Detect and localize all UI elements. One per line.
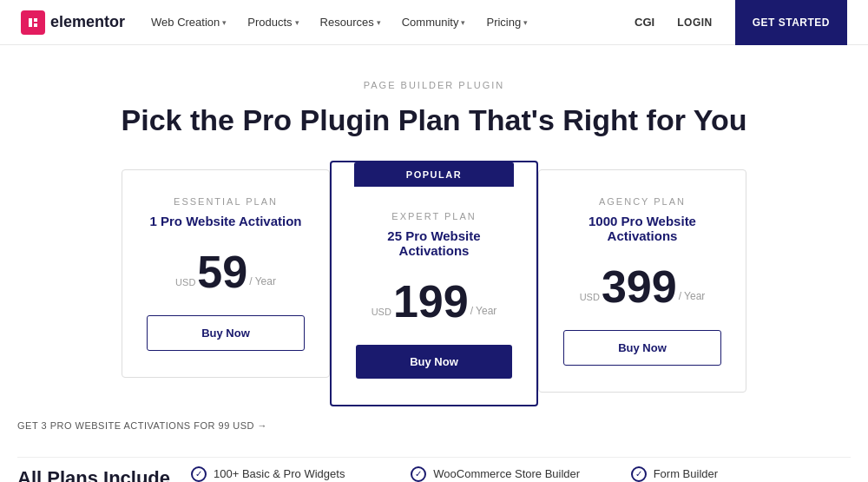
pricing-grid: ESSENTIAL PLAN 1 Pro Website Activation … <box>17 169 851 406</box>
nav-arrow: ▾ <box>461 18 465 27</box>
price-amount-agency: 399 <box>602 264 677 309</box>
svg-rect-1 <box>34 18 37 22</box>
plan-type-expert: EXPERT PLAN <box>356 211 512 221</box>
main-content: PAGE BUILDER PLUGIN Pick the Pro Plugin … <box>0 45 868 482</box>
page-title: Pick the Pro Plugin Plan That's Right fo… <box>17 102 851 138</box>
pricing-card-agency: AGENCY PLAN 1000 Pro Website Activations… <box>538 169 746 393</box>
get-started-button[interactable]: GET STARTED <box>735 0 847 45</box>
nav-pricing[interactable]: Pricing ▾ <box>477 10 536 34</box>
all-plans-section: All Plans Include ✓ 100+ Basic & Pro Wid… <box>17 457 851 482</box>
pricing-card-expert: POPULAR EXPERT PLAN 25 Pro Website Activ… <box>330 161 538 406</box>
login-button[interactable]: LOGIN <box>668 11 721 34</box>
check-icon: ✓ <box>191 466 207 482</box>
plan-name-agency: 1000 Pro Website Activations <box>563 214 721 243</box>
features-col-2: ✓ WooCommerce Store Builder ✓ Landing Pa… <box>411 466 630 482</box>
promo-text: GET 3 PRO WEBSITE ACTIVATIONS FOR 99 USD… <box>17 420 267 431</box>
price-amount-essential: 59 <box>197 249 247 294</box>
price-usd-agency: USD <box>580 292 600 302</box>
header: elementor Web Creation ▾ Products ▾ Reso… <box>0 0 868 45</box>
pricing-card-essential: ESSENTIAL PLAN 1 Pro Website Activation … <box>122 169 330 378</box>
cgi-badge: CGI <box>635 16 654 29</box>
nav-arrow: ▾ <box>295 18 299 27</box>
feature-label: WooCommerce Store Builder <box>433 467 580 480</box>
price-expert: USD 199 / Year <box>356 279 512 324</box>
plan-type-essential: ESSENTIAL PLAN <box>147 196 305 207</box>
svg-rect-2 <box>34 23 37 27</box>
check-icon: ✓ <box>411 466 426 482</box>
buy-button-agency[interactable]: Buy Now <box>563 330 721 366</box>
plan-name-essential: 1 Pro Website Activation <box>147 214 305 228</box>
price-usd-expert: USD <box>372 307 391 317</box>
buy-button-expert[interactable]: Buy Now <box>356 345 512 379</box>
popular-badge: POPULAR <box>354 162 514 187</box>
promo-link[interactable]: GET 3 PRO WEBSITE ACTIVATIONS FOR 99 USD… <box>17 420 851 431</box>
features-grid: ✓ 100+ Basic & Pro Widgets ✓ 300+ Basic … <box>191 466 851 482</box>
nav-arrow: ▾ <box>222 18 227 27</box>
price-period-essential: / Year <box>249 275 276 287</box>
all-plans-title: All Plans Include <box>17 466 191 482</box>
plan-name-expert: 25 Pro Website Activations <box>356 228 512 258</box>
price-essential: USD 59 / Year <box>147 249 305 294</box>
feature-label: Form Builder <box>654 467 718 480</box>
feature-item: ✓ WooCommerce Store Builder <box>411 466 630 482</box>
price-usd-essential: USD <box>175 277 195 287</box>
logo-icon <box>21 10 45 35</box>
price-period-expert: / Year <box>470 305 497 317</box>
nav-web-creation[interactable]: Web Creation ▾ <box>142 10 235 34</box>
logo[interactable]: elementor <box>21 10 125 35</box>
feature-label: 100+ Basic & Pro Widgets <box>214 467 345 480</box>
nav-community[interactable]: Community ▾ <box>393 10 475 34</box>
nav-arrow: ▾ <box>377 18 381 27</box>
main-nav: Web Creation ▾ Products ▾ Resources ▾ Co… <box>142 10 536 34</box>
svg-rect-0 <box>29 18 32 27</box>
price-period-agency: / Year <box>679 290 706 302</box>
header-left: elementor Web Creation ▾ Products ▾ Reso… <box>21 10 536 35</box>
price-agency: USD 399 / Year <box>563 264 721 309</box>
header-right: CGI LOGIN GET STARTED <box>635 0 847 45</box>
nav-arrow: ▾ <box>523 18 528 27</box>
page-subtitle: PAGE BUILDER PLUGIN <box>17 80 851 90</box>
plan-type-agency: AGENCY PLAN <box>563 196 721 207</box>
feature-item: ✓ 100+ Basic & Pro Widgets <box>191 466 411 482</box>
feature-item: ✓ Form Builder <box>631 466 851 482</box>
logo-text: elementor <box>50 13 125 31</box>
features-col-3: ✓ Form Builder ✓ Marketing Tools ✓ Premi… <box>631 466 851 482</box>
check-icon: ✓ <box>631 466 647 482</box>
features-col-1: ✓ 100+ Basic & Pro Widgets ✓ 300+ Basic … <box>191 466 411 482</box>
buy-button-essential[interactable]: Buy Now <box>147 315 305 351</box>
nav-products[interactable]: Products ▾ <box>239 10 307 34</box>
price-amount-expert: 199 <box>393 279 469 324</box>
nav-resources[interactable]: Resources ▾ <box>312 10 390 34</box>
